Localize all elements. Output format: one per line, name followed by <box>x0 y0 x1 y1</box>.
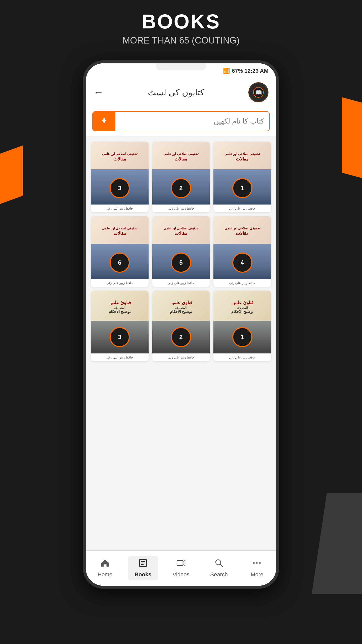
maqalat-top-4: تحقیقی اصلاحی اور علمی مقالات <box>213 216 271 244</box>
nav-videos[interactable]: Videos <box>166 556 196 580</box>
book-author-5: حافظ زبیر علی زئی <box>152 279 210 287</box>
book-cover-maqalat-3: تحقیقی اصلاحی اور علمی مقالات 3 <box>91 142 149 205</box>
book-card-maqalat-5[interactable]: تحقیقی اصلاحی اور علمی مقالات 5 حافظ زبی… <box>152 216 210 287</box>
fatawi-title-2b: المعروف <box>175 306 187 309</box>
book-card-fatawi-2[interactable]: فتاویٰ علمیہ المعروف توضیح الاحکام 2 حاف… <box>152 291 210 361</box>
maqalat-middle-4: 4 <box>213 244 271 266</box>
book-cover-maqalat-2: تحقیقی اصلاحی اور علمی مقالات 2 <box>152 142 210 205</box>
fatawi-title-1c: فتاویٰ علمیہ <box>231 300 254 305</box>
book-number-1a: 1 <box>241 185 244 192</box>
book-cover-maqalat-5: تحقیقی اصلاحی اور علمی مقالات 5 <box>152 216 210 279</box>
maqalat-title-2e: مقالات <box>174 231 187 236</box>
maqalat-middle-1: 1 <box>213 169 271 192</box>
fatawi-title-3c: توضیح الاحکام <box>231 309 253 314</box>
fatawi-title-2c: المعروف <box>237 306 248 309</box>
search-box <box>92 111 270 131</box>
book-number-6: 6 <box>118 259 121 266</box>
svg-text:📖: 📖 <box>255 89 262 96</box>
books-scroll-area[interactable]: تحقیقی اصلاحی اور علمی مقالات 3 حافظ زبی… <box>86 137 276 557</box>
maqalat-title-2: مقالات <box>113 156 126 162</box>
book-card-maqalat-4[interactable]: تحقیقی اصلاحی اور علمی مقالات 4 حافظ زبی… <box>213 216 271 287</box>
book-cover-fatawi-3: فتاویٰ علمیہ المعروف توضیح الاحکام 3 <box>91 291 149 353</box>
fatawi-middle-3: 3 <box>91 321 149 341</box>
nav-more[interactable]: More <box>242 556 272 580</box>
book-number-4: 4 <box>241 259 244 266</box>
maqalat-title-1e: تحقیقی اصلاحی اور علمی <box>163 226 199 230</box>
bg-decoration-gray <box>312 493 362 594</box>
book-number-badge-5: 5 <box>171 253 191 273</box>
nav-home[interactable]: Home <box>90 556 120 580</box>
book-number-badge-4: 4 <box>232 253 252 273</box>
maqalat-title-2b: مقالات <box>174 156 187 162</box>
book-card-maqalat-6[interactable]: تحقیقی اصلاحی اور علمی مقالات 6 حافظ زبی… <box>91 216 149 287</box>
fatawi-title-3a: توضیح الاحکام <box>109 309 131 314</box>
back-button[interactable]: ← <box>94 87 104 98</box>
book-author-f2: حافظ زبیر علی زئی <box>152 353 210 361</box>
home-icon <box>101 558 110 570</box>
svg-rect-9 <box>177 560 183 566</box>
maqalat-title-2d: مقالات <box>113 231 126 236</box>
svg-line-12 <box>220 564 222 567</box>
fatawi-number-3: 3 <box>118 334 121 341</box>
nav-more-label: More <box>251 571 263 578</box>
signal-icon: 📶 <box>223 68 230 74</box>
nav-books-label: Books <box>134 571 151 578</box>
book-card-maqalat-3[interactable]: تحقیقی اصلاحی اور علمی مقالات 3 حافظ زبی… <box>91 142 149 212</box>
book-number-3a: 3 <box>118 185 121 192</box>
book-cover-fatawi-1: فتاویٰ علمیہ المعروف توضیح الاحکام 1 <box>213 291 271 353</box>
bottom-nav: Home Books <box>86 550 276 586</box>
more-icon <box>252 558 261 570</box>
maqalat-title-1d: تحقیقی اصلاحی اور علمی <box>102 226 138 230</box>
maqalat-top-1: تحقیقی اصلاحی اور علمی مقالات <box>213 142 271 169</box>
book-author-2a: حافظ زبیر علی زئی <box>152 205 210 212</box>
book-card-fatawi-1[interactable]: فتاویٰ علمیہ المعروف توضیح الاحکام 1 حاف… <box>213 291 271 361</box>
battery-text: 67% <box>232 68 243 74</box>
svg-point-14 <box>256 562 258 564</box>
svg-rect-4 <box>103 118 105 121</box>
page-subtitle: MORE THAN 65 (COUTING) <box>0 35 362 46</box>
fatawi-number-1: 1 <box>241 334 244 341</box>
maqalat-title-1: تحقیقی اصلاحی اور علمی <box>102 152 138 156</box>
nav-search-label: Search <box>210 571 228 578</box>
nav-books[interactable]: Books <box>128 556 158 580</box>
search-input[interactable] <box>115 117 269 125</box>
app-logo[interactable]: 📖 <box>248 82 268 102</box>
nav-search[interactable]: Search <box>204 556 234 580</box>
page-header: BOOKS MORE THAN 65 (COUTING) <box>0 10 362 46</box>
search-download-button[interactable] <box>93 112 115 131</box>
bg-decoration-left <box>0 145 23 207</box>
book-author-4: حافظ زبیر علی زئی <box>213 279 271 287</box>
bg-decoration-right <box>342 97 362 180</box>
fatawi-title-1a: فتاویٰ علمیہ <box>108 300 131 305</box>
svg-point-13 <box>253 562 255 564</box>
download-icon <box>99 116 109 126</box>
fatawi-middle-1: 1 <box>213 321 271 341</box>
search-nav-icon <box>214 558 223 570</box>
fatawi-middle-2: 2 <box>152 321 210 341</box>
book-number-badge-6: 6 <box>110 253 130 273</box>
logo-icon: 📖 <box>253 87 264 98</box>
fatawi-number-badge-3: 3 <box>110 327 130 347</box>
books-grid: تحقیقی اصلاحی اور علمی مقالات 3 حافظ زبی… <box>91 142 271 361</box>
phone-frame: 📶 67% 12:23 AM ← کتابوں کی لسٹ 📖 <box>83 60 279 589</box>
book-card-maqalat-2[interactable]: تحقیقی اصلاحی اور علمی مقالات 2 حافظ زبی… <box>152 142 210 212</box>
maqalat-title-2c: مقالات <box>236 156 249 162</box>
videos-icon <box>176 558 186 570</box>
book-author-3a: حافظ زبیر علی زئی <box>91 205 149 212</box>
book-card-maqalat-1[interactable]: تحقیقی اصلاحی اور علمی مقالات 1 حافظ زبی… <box>213 142 271 212</box>
phone-notch <box>156 63 206 70</box>
book-number-2a: 2 <box>179 185 183 192</box>
maqalat-title-1c: تحقیقی اصلاحی اور علمی <box>224 152 260 156</box>
fatawi-number-badge-2: 2 <box>171 327 191 347</box>
book-number-badge-1a: 1 <box>232 178 252 198</box>
book-card-fatawi-3[interactable]: فتاویٰ علمیہ المعروف توضیح الاحکام 3 حاف… <box>91 291 149 361</box>
book-cover-maqalat-1: تحقیقی اصلاحی اور علمی مقالات 1 <box>213 142 271 205</box>
book-cover-fatawi-2: فتاویٰ علمیہ المعروف توضیح الاحکام 2 <box>152 291 210 353</box>
maqalat-title-1b: تحقیقی اصلاحی اور علمی <box>163 152 199 156</box>
app-bar: ← کتابوں کی لسٹ 📖 <box>86 78 276 106</box>
nav-home-label: Home <box>98 571 112 578</box>
search-container <box>86 106 276 137</box>
maqalat-title-1f: تحقیقی اصلاحی اور علمی <box>224 226 260 230</box>
maqalat-middle-5: 5 <box>152 244 210 266</box>
app-bar-title: کتابوں کی لسٹ <box>148 87 204 97</box>
